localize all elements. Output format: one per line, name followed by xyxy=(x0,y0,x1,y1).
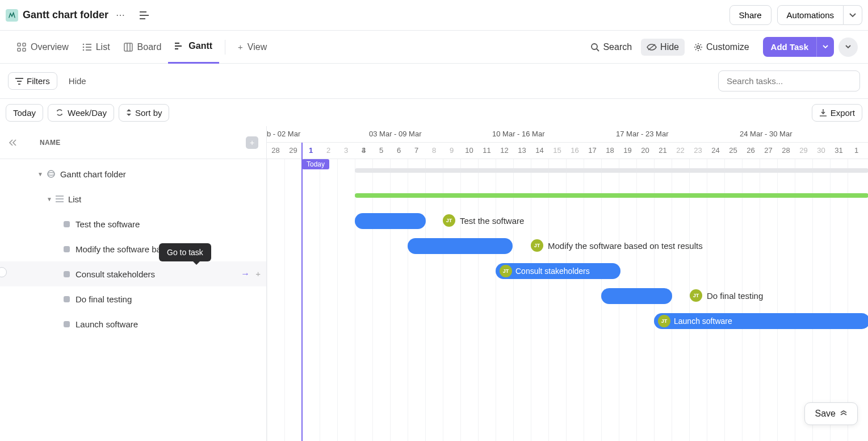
tree-list[interactable]: ▼ List xyxy=(0,186,266,211)
goto-task-icon[interactable]: → xyxy=(241,269,250,279)
svg-rect-0 xyxy=(18,43,20,46)
grid-icon xyxy=(17,43,26,52)
assignee-avatar: JT xyxy=(500,265,512,277)
day-label: 17 xyxy=(584,146,601,155)
caret-down-icon[interactable]: ▼ xyxy=(37,171,43,177)
svg-point-10 xyxy=(57,110,58,111)
tree-task[interactable]: Launch software xyxy=(0,311,266,336)
day-label: 30 xyxy=(812,146,830,155)
expand-button[interactable] xyxy=(838,38,858,57)
caret-down-icon[interactable]: ▼ xyxy=(47,196,52,202)
tree-task[interactable]: Consult stakeholders → + xyxy=(0,261,266,286)
filter-icon xyxy=(15,78,23,85)
day-label: 8 xyxy=(425,146,443,155)
day-label: 4 xyxy=(355,146,372,155)
zoom-icon xyxy=(55,109,64,117)
hide-filters-link[interactable]: Hide xyxy=(69,76,86,86)
svg-rect-1 xyxy=(23,43,26,46)
day-label: 15 xyxy=(548,146,566,155)
task-bar-label: JT Modify the software based on test res… xyxy=(531,239,703,252)
tree-task[interactable]: Modify the software based on test result… xyxy=(0,236,176,261)
task-bar[interactable] xyxy=(408,238,513,254)
list-icon xyxy=(56,195,64,202)
task-bar[interactable]: JT Consult stakeholders xyxy=(496,263,620,279)
hide-label: Hide xyxy=(660,42,679,52)
day-label: 27 xyxy=(760,146,777,155)
add-task-button[interactable]: Add Task xyxy=(763,37,816,57)
search-icon xyxy=(590,43,599,52)
tree-folder[interactable]: ▼ Gantt chart folder xyxy=(0,161,266,186)
svg-point-4 xyxy=(82,43,84,45)
day-label: 26 xyxy=(742,146,760,155)
day-label: 29 xyxy=(284,146,302,155)
tab-board[interactable]: Board xyxy=(117,31,169,64)
today-marker xyxy=(301,143,303,441)
collapse-icon[interactable] xyxy=(136,7,153,24)
add-task-dropdown-button[interactable] xyxy=(816,37,834,57)
day-label: 11 xyxy=(478,146,496,155)
tree-task-label: Do final testing xyxy=(76,294,132,304)
gridlines xyxy=(267,159,868,441)
day-label: 21 xyxy=(654,146,672,155)
today-button[interactable]: Today xyxy=(6,104,43,122)
eye-off-icon xyxy=(647,43,657,51)
export-button[interactable]: Export xyxy=(812,104,862,122)
separator xyxy=(225,40,225,55)
task-bar[interactable] xyxy=(601,288,672,304)
tree-task-label: Test the software xyxy=(76,219,140,229)
page-title: Gantt chart folder xyxy=(23,9,108,21)
list-group-bar[interactable] xyxy=(355,193,868,198)
tab-overview[interactable]: Overview xyxy=(10,31,76,64)
add-column-button[interactable]: + xyxy=(246,136,258,149)
share-button[interactable]: Share xyxy=(729,5,771,25)
day-label: 2 xyxy=(320,146,337,155)
more-icon[interactable]: ⋯ xyxy=(112,7,129,24)
svg-point-5 xyxy=(82,46,84,48)
tree-task[interactable]: Test the software xyxy=(0,211,266,236)
week-label: 10 Mar - 16 Mar xyxy=(492,130,544,138)
day-label: 20 xyxy=(636,146,654,155)
task-name: Do final testing xyxy=(707,291,763,301)
day-label: 18 xyxy=(601,146,619,155)
task-bar-label: JT Test the software xyxy=(443,214,524,227)
search-input[interactable] xyxy=(718,70,860,91)
filters-label: Filters xyxy=(27,76,50,86)
day-label: 10 xyxy=(460,146,478,155)
task-bar[interactable]: JT Launch software xyxy=(654,313,868,329)
svg-point-13 xyxy=(48,173,54,176)
collapse-sidebar-icon[interactable] xyxy=(8,139,17,146)
sort-button[interactable]: Sort by xyxy=(119,104,170,122)
day-label: 5 xyxy=(372,146,390,155)
list-icon xyxy=(82,43,91,51)
svg-point-9 xyxy=(697,45,700,48)
tab-gantt[interactable]: Gantt xyxy=(168,31,219,64)
hide-action[interactable]: Hide xyxy=(641,39,685,56)
tree-task[interactable]: Do final testing xyxy=(0,286,266,311)
tooltip: Go to task xyxy=(159,243,211,261)
add-subtask-icon[interactable]: + xyxy=(255,269,261,279)
svg-rect-2 xyxy=(18,48,20,51)
day-label: 9 xyxy=(443,146,460,155)
day-label: 12 xyxy=(496,146,513,155)
tree-list-label: List xyxy=(68,194,81,204)
assignee-avatar: JT xyxy=(690,289,702,302)
search-action[interactable]: Search xyxy=(585,39,638,56)
task-name: Consult stakeholders xyxy=(515,267,590,276)
day-label: 22 xyxy=(672,146,689,155)
customize-action[interactable]: Customize xyxy=(688,39,755,56)
tab-overview-label: Overview xyxy=(31,42,69,52)
week-label: 17 Mar - 23 Mar xyxy=(616,130,668,138)
add-view-button[interactable]: + View xyxy=(231,31,274,64)
zoom-button[interactable]: Week/Day xyxy=(48,104,114,122)
filters-button[interactable]: Filters xyxy=(8,72,57,90)
day-label: 23 xyxy=(689,146,707,155)
folder-summary-bar[interactable] xyxy=(355,168,868,173)
day-label: 19 xyxy=(619,146,636,155)
tab-list[interactable]: List xyxy=(76,31,117,64)
task-bar[interactable] xyxy=(355,213,426,229)
automations-button[interactable]: Automations xyxy=(777,5,844,25)
save-button[interactable]: Save xyxy=(804,402,858,425)
automations-dropdown-button[interactable] xyxy=(844,5,862,25)
task-name: Modify the software based on test result… xyxy=(548,241,703,251)
status-icon xyxy=(64,296,70,302)
